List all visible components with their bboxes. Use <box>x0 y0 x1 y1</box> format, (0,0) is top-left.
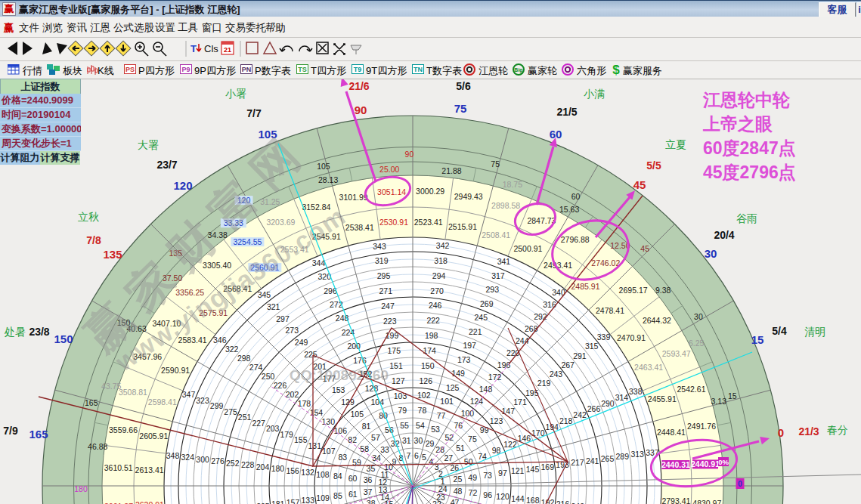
svg-text:2542.61: 2542.61 <box>677 385 706 394</box>
svg-text:242: 242 <box>573 410 587 419</box>
svg-text:3101.99: 3101.99 <box>339 193 368 202</box>
svg-text:96: 96 <box>483 490 492 499</box>
svg-text:249: 249 <box>295 338 308 347</box>
svg-text:15.63: 15.63 <box>559 205 579 214</box>
svg-text:120: 120 <box>496 492 509 501</box>
svg-text:46.88: 46.88 <box>88 442 107 451</box>
svg-text:172: 172 <box>488 373 502 382</box>
svg-text:7: 7 <box>407 451 411 460</box>
svg-text:251: 251 <box>238 413 252 422</box>
svg-text:319: 319 <box>375 256 389 265</box>
svg-text:2491.76: 2491.76 <box>687 422 716 431</box>
svg-text:145: 145 <box>526 465 540 474</box>
svg-text:103: 103 <box>394 391 407 400</box>
svg-text:处暑: 处暑 <box>4 326 26 338</box>
svg-text:217: 217 <box>571 458 584 467</box>
svg-text:181: 181 <box>271 499 285 504</box>
svg-text:144: 144 <box>511 494 525 503</box>
svg-text:2440.31: 2440.31 <box>661 460 690 469</box>
svg-text:52: 52 <box>444 433 454 442</box>
svg-text:85: 85 <box>333 491 342 500</box>
svg-text:130: 130 <box>322 417 336 426</box>
svg-text:3559.66: 3559.66 <box>109 425 138 434</box>
svg-text:294: 294 <box>432 271 446 280</box>
svg-text:153: 153 <box>332 385 345 394</box>
svg-text:38: 38 <box>367 499 376 504</box>
svg-text:3610.51: 3610.51 <box>104 463 133 472</box>
svg-text:171: 171 <box>513 397 527 407</box>
svg-text:谷雨: 谷雨 <box>736 212 757 224</box>
svg-text:21/3: 21/3 <box>798 425 819 438</box>
svg-text:203: 203 <box>266 424 280 433</box>
svg-text:30: 30 <box>705 247 717 260</box>
svg-text:2949.43: 2949.43 <box>454 192 483 201</box>
svg-text:347: 347 <box>182 390 196 399</box>
svg-text:175: 175 <box>388 346 401 355</box>
svg-text:151: 151 <box>389 361 403 370</box>
svg-text:314: 314 <box>615 393 629 402</box>
svg-text:165: 165 <box>29 428 48 441</box>
svg-text:245: 245 <box>475 313 488 322</box>
svg-text:97: 97 <box>498 468 507 478</box>
svg-text:147: 147 <box>502 407 516 416</box>
svg-text:291: 291 <box>573 351 587 360</box>
svg-text:218: 218 <box>559 416 573 425</box>
svg-text:25: 25 <box>454 475 463 484</box>
svg-text:18.75: 18.75 <box>503 180 522 189</box>
svg-text:180: 180 <box>271 464 285 473</box>
svg-text:250: 250 <box>262 372 275 381</box>
svg-text:135: 135 <box>103 248 122 261</box>
svg-text:197: 197 <box>463 341 476 350</box>
svg-text:3.13: 3.13 <box>711 397 727 406</box>
svg-text:268: 268 <box>525 324 538 333</box>
svg-text:121: 121 <box>511 466 525 475</box>
svg-text:2796.88: 2796.88 <box>561 235 590 244</box>
svg-text:9.38: 9.38 <box>655 286 671 295</box>
svg-text:$: $ <box>612 63 620 77</box>
svg-text:小满: 小满 <box>584 88 605 100</box>
svg-text:31: 31 <box>402 436 411 445</box>
svg-text:3508.81: 3508.81 <box>119 388 147 397</box>
svg-text:2695.17: 2695.17 <box>619 286 648 295</box>
svg-text:243: 243 <box>550 369 563 379</box>
svg-text:清明: 清明 <box>804 326 825 338</box>
svg-text:76: 76 <box>454 421 463 430</box>
svg-text:75: 75 <box>491 159 500 169</box>
svg-text:立秋: 立秋 <box>78 211 99 223</box>
svg-text:49: 49 <box>468 473 477 482</box>
svg-text:300: 300 <box>196 455 209 464</box>
svg-text:0: 0 <box>738 479 742 488</box>
svg-text:21/6: 21/6 <box>348 80 369 92</box>
svg-text:T: T <box>190 43 197 54</box>
svg-text:Cls: Cls <box>204 43 218 54</box>
svg-text:23/8: 23/8 <box>29 326 49 338</box>
svg-text:81: 81 <box>362 422 371 431</box>
svg-text:2530.91: 2530.91 <box>379 218 408 227</box>
svg-text:132: 132 <box>301 468 314 477</box>
svg-text:202: 202 <box>286 390 299 399</box>
svg-text:196: 196 <box>497 360 511 369</box>
svg-text:Big: Big <box>514 67 522 73</box>
svg-text:290: 290 <box>601 399 615 408</box>
svg-text:7/9: 7/9 <box>3 425 18 437</box>
svg-text:83: 83 <box>338 453 347 462</box>
svg-text:3203.69: 3203.69 <box>266 218 295 227</box>
svg-text:2463.41: 2463.41 <box>634 363 663 372</box>
svg-text:51: 51 <box>456 444 465 453</box>
svg-text:267: 267 <box>561 360 575 369</box>
svg-text:316: 316 <box>543 300 556 309</box>
svg-text:72: 72 <box>469 488 478 497</box>
svg-text:165: 165 <box>85 398 98 407</box>
svg-text:23/7: 23/7 <box>156 159 177 171</box>
svg-text:221: 221 <box>469 327 482 336</box>
svg-text:25.00: 25.00 <box>379 165 399 174</box>
svg-text:2593.47: 2593.47 <box>662 349 691 358</box>
svg-text:79: 79 <box>398 406 407 415</box>
svg-text:60: 60 <box>571 192 581 201</box>
svg-text:28: 28 <box>435 445 444 454</box>
svg-text:317: 317 <box>491 271 505 280</box>
svg-text:108: 108 <box>316 470 330 479</box>
svg-text:54: 54 <box>416 421 425 430</box>
svg-text:339: 339 <box>597 332 611 342</box>
svg-text:2500.91: 2500.91 <box>513 244 542 253</box>
